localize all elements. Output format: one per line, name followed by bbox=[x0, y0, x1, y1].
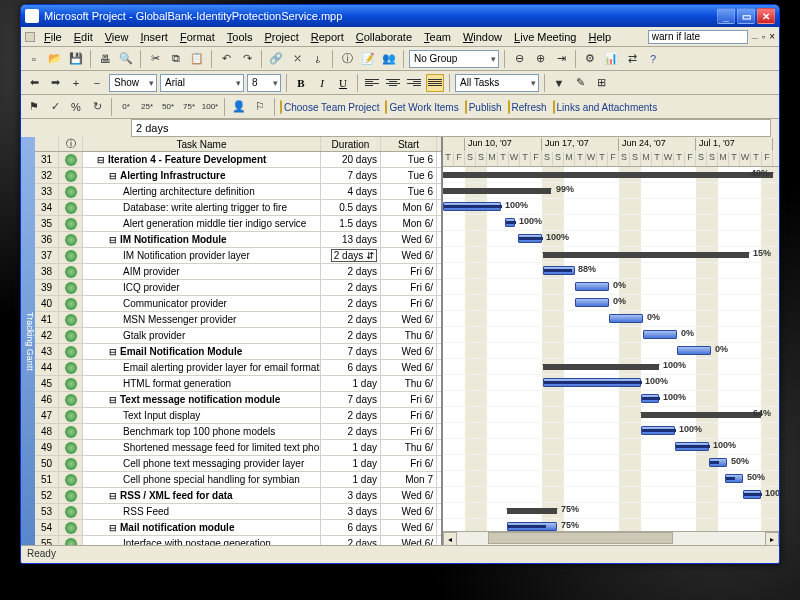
task-bar[interactable] bbox=[609, 314, 643, 323]
control-box-icon[interactable] bbox=[25, 32, 35, 42]
task-name-cell[interactable]: Email alerting provider layer for email … bbox=[83, 360, 321, 375]
row-id[interactable]: 46 bbox=[35, 392, 59, 407]
duration-cell[interactable]: 13 days bbox=[321, 232, 381, 247]
minus-icon[interactable]: − bbox=[88, 74, 106, 92]
summary-bar[interactable] bbox=[507, 508, 557, 514]
align-right-button[interactable] bbox=[405, 74, 423, 92]
task-row[interactable]: 39 ICQ provider 2 days Fri 6/ bbox=[35, 280, 441, 296]
menu-team[interactable]: Team bbox=[418, 30, 457, 44]
start-cell[interactable]: Wed 6/ bbox=[381, 248, 437, 263]
p100-icon[interactable]: 100* bbox=[201, 98, 219, 116]
collab-icon[interactable]: 👤 bbox=[230, 98, 248, 116]
percent-icon[interactable]: % bbox=[67, 98, 85, 116]
bold-button[interactable]: B bbox=[292, 74, 310, 92]
preview-icon[interactable]: 🔍 bbox=[117, 50, 135, 68]
row-id[interactable]: 49 bbox=[35, 440, 59, 455]
choose-team-project-button[interactable]: Choose Team Project bbox=[282, 102, 381, 113]
task-row[interactable]: 48 Benchmark top 100 phone models 2 days… bbox=[35, 424, 441, 440]
maximize-button[interactable]: ▭ bbox=[737, 8, 755, 24]
duration-cell[interactable]: 2 days bbox=[321, 536, 381, 545]
task-name-cell[interactable]: Database: write alerting trigger to fire bbox=[83, 200, 321, 215]
help-icon[interactable]: ? bbox=[644, 50, 662, 68]
task-row[interactable]: 44 Email alerting provider layer for ema… bbox=[35, 360, 441, 376]
start-cell[interactable]: Tue 6 bbox=[381, 152, 437, 167]
flag2-icon[interactable]: ⚐ bbox=[251, 98, 269, 116]
task-row[interactable]: 52 ⊟RSS / XML feed for data 3 days Wed 6… bbox=[35, 488, 441, 504]
task-bar[interactable] bbox=[643, 330, 677, 339]
row-id[interactable]: 47 bbox=[35, 408, 59, 423]
task-bar[interactable] bbox=[507, 522, 557, 531]
row-id[interactable]: 41 bbox=[35, 312, 59, 327]
scroll-left-icon[interactable]: ◂ bbox=[443, 532, 457, 545]
paste-icon[interactable]: 📋 bbox=[188, 50, 206, 68]
duration-cell[interactable]: 7 days bbox=[321, 168, 381, 183]
duration-cell[interactable]: 7 days bbox=[321, 392, 381, 407]
row-id[interactable]: 50 bbox=[35, 456, 59, 471]
row-id[interactable]: 37 bbox=[35, 248, 59, 263]
task-row[interactable]: 42 Gtalk provider 2 days Thu 6/ bbox=[35, 328, 441, 344]
task-bar[interactable] bbox=[575, 298, 609, 307]
close-doc-icon[interactable]: × bbox=[769, 31, 775, 42]
start-cell[interactable]: Wed 6/ bbox=[381, 232, 437, 247]
task-name-cell[interactable]: Benchmark top 100 phone models bbox=[83, 424, 321, 439]
start-cell[interactable]: Wed 6/ bbox=[381, 488, 437, 503]
menu-file[interactable]: File bbox=[38, 30, 68, 44]
summary-bar[interactable] bbox=[443, 188, 551, 194]
task-row[interactable]: 51 Cell phone special handling for symbi… bbox=[35, 472, 441, 488]
task-name-cell[interactable]: MSN Messenger provider bbox=[83, 312, 321, 327]
summary-bar[interactable] bbox=[443, 172, 773, 178]
duration-cell[interactable]: 3 days bbox=[321, 488, 381, 503]
task-row[interactable]: 47 Text Input display 2 days Fri 6/ bbox=[35, 408, 441, 424]
duration-cell[interactable]: 20 days bbox=[321, 152, 381, 167]
start-cell[interactable]: Wed 6/ bbox=[381, 504, 437, 519]
task-name-cell[interactable]: Shortened message feed for limited text … bbox=[83, 440, 321, 455]
outdent-icon[interactable]: ⬅ bbox=[25, 74, 43, 92]
menu-edit[interactable]: Edit bbox=[68, 30, 99, 44]
task-row[interactable]: 54 ⊟Mail notification module 6 days Wed … bbox=[35, 520, 441, 536]
row-id[interactable]: 31 bbox=[35, 152, 59, 167]
new-icon[interactable]: ▫ bbox=[25, 50, 43, 68]
duration-cell[interactable]: 1 day bbox=[321, 376, 381, 391]
check-icon[interactable]: ✓ bbox=[46, 98, 64, 116]
duration-cell[interactable]: 2 days bbox=[321, 312, 381, 327]
row-id[interactable]: 48 bbox=[35, 424, 59, 439]
start-cell[interactable]: Fri 6/ bbox=[381, 456, 437, 471]
gantt-hscroll[interactable]: ◂ ▸ bbox=[443, 531, 779, 545]
row-id[interactable]: 42 bbox=[35, 328, 59, 343]
get-work-items-button[interactable]: Get Work Items bbox=[387, 102, 460, 113]
task-row[interactable]: 45 HTML format generation 1 day Thu 6/ bbox=[35, 376, 441, 392]
duration-cell[interactable]: 4 days bbox=[321, 184, 381, 199]
duration-cell[interactable]: 1 day bbox=[321, 440, 381, 455]
task-name-cell[interactable]: IM Notification provider layer bbox=[83, 248, 321, 263]
task-name-cell[interactable]: Gtalk provider bbox=[83, 328, 321, 343]
p0-icon[interactable]: 0* bbox=[117, 98, 135, 116]
task-bar[interactable] bbox=[518, 234, 542, 243]
cut-icon[interactable]: ✂ bbox=[146, 50, 164, 68]
start-cell[interactable]: Mon 6/ bbox=[381, 216, 437, 231]
links-and-attachments-button[interactable]: Links and Attachments bbox=[555, 102, 660, 113]
split-icon[interactable]: ⫰ bbox=[309, 50, 327, 68]
info-icon[interactable]: ⓘ bbox=[338, 50, 356, 68]
indent-icon[interactable]: ➡ bbox=[46, 74, 64, 92]
task-bar[interactable] bbox=[505, 218, 515, 227]
note-icon[interactable]: 📝 bbox=[359, 50, 377, 68]
restore-icon[interactable]: ▫ bbox=[762, 32, 765, 42]
title-bar[interactable]: Microsoft Project - GlobalBank-IdentityP… bbox=[21, 5, 779, 27]
duration-cell[interactable]: 6 days bbox=[321, 520, 381, 535]
start-cell[interactable]: Fri 6/ bbox=[381, 280, 437, 295]
duration-cell[interactable]: 3 days bbox=[321, 504, 381, 519]
filter-combo[interactable]: All Tasks bbox=[455, 74, 539, 92]
task-bar[interactable] bbox=[543, 266, 575, 275]
menu-report[interactable]: Report bbox=[305, 30, 350, 44]
task-row[interactable]: 35 Alert generation middle tier indigo s… bbox=[35, 216, 441, 232]
task-bar[interactable] bbox=[641, 394, 659, 403]
task-row[interactable]: 53 RSS Feed 3 days Wed 6/ bbox=[35, 504, 441, 520]
reschedule-icon[interactable]: ↻ bbox=[88, 98, 106, 116]
minimize-button[interactable]: _ bbox=[717, 8, 735, 24]
task-name-cell[interactable]: Cell phone special handling for symbian bbox=[83, 472, 321, 487]
start-cell[interactable]: Wed 6/ bbox=[381, 344, 437, 359]
task-row[interactable]: 34 Database: write alerting trigger to f… bbox=[35, 200, 441, 216]
task-name-cell[interactable]: Alert generation middle tier indigo serv… bbox=[83, 216, 321, 231]
task-bar[interactable] bbox=[743, 490, 761, 499]
wizard-icon[interactable]: ⚙ bbox=[581, 50, 599, 68]
